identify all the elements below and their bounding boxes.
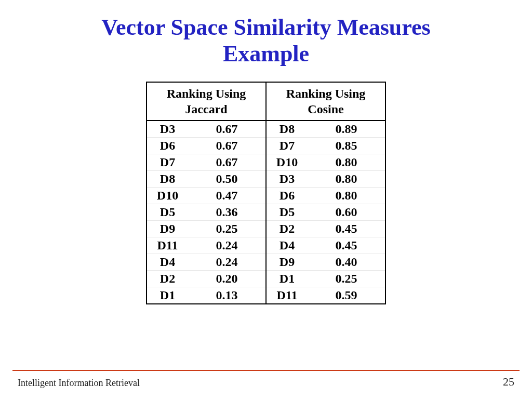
- jaccard-doc: D6: [147, 138, 188, 154]
- table-row: D70.67D100.80: [147, 154, 385, 171]
- table-row: D90.25D20.45: [147, 221, 385, 237]
- cosine-doc: D8: [266, 121, 308, 138]
- cosine-doc: D3: [266, 171, 308, 188]
- cosine-val: 0.80: [308, 171, 385, 188]
- page-number: 25: [503, 375, 514, 389]
- jaccard-val: 0.36: [188, 204, 266, 221]
- cosine-val: 0.25: [308, 271, 385, 287]
- jaccard-doc: D8: [147, 171, 188, 188]
- jaccard-doc: D11: [147, 237, 188, 254]
- header-row: Ranking Using Jaccard Ranking Using Cosi…: [147, 82, 385, 121]
- cosine-val: 0.60: [308, 204, 385, 221]
- table-body: D30.67D80.89 D60.67D70.85 D70.67D100.80 …: [147, 121, 385, 304]
- table-row: D10.13D110.59: [147, 287, 385, 304]
- cosine-val: 0.45: [308, 237, 385, 254]
- header-jaccard-line2: Jaccard: [185, 102, 227, 116]
- header-jaccard: Ranking Using Jaccard: [147, 82, 266, 121]
- jaccard-val: 0.20: [188, 271, 266, 287]
- cosine-doc: D1: [266, 271, 308, 287]
- table-row: D20.20D10.25: [147, 271, 385, 287]
- header-cosine-line2: Cosine: [308, 102, 343, 116]
- cosine-doc: D7: [266, 138, 308, 154]
- cosine-val: 0.80: [308, 188, 385, 204]
- jaccard-val: 0.24: [188, 254, 266, 271]
- table-row: D50.36D50.60: [147, 204, 385, 221]
- table-row: D110.24D40.45: [147, 237, 385, 254]
- cosine-val: 0.85: [308, 138, 385, 154]
- footer-divider: [12, 370, 520, 371]
- table-row: D60.67D70.85: [147, 138, 385, 154]
- table-row: D40.24D90.40: [147, 254, 385, 271]
- cosine-doc: D4: [266, 237, 308, 254]
- cosine-doc: D11: [266, 287, 308, 304]
- jaccard-doc: D3: [147, 121, 188, 138]
- cosine-val: 0.80: [308, 154, 385, 171]
- table-row: D80.50D30.80: [147, 171, 385, 188]
- ranking-table: Ranking Using Jaccard Ranking Using Cosi…: [146, 82, 386, 304]
- jaccard-val: 0.13: [188, 287, 266, 304]
- table-row: D30.67D80.89: [147, 121, 385, 138]
- title-line1: Vector Space Similarity Measures: [101, 15, 430, 40]
- jaccard-val: 0.25: [188, 221, 266, 237]
- jaccard-doc: D10: [147, 188, 188, 204]
- jaccard-doc: D4: [147, 254, 188, 271]
- header-cosine: Ranking Using Cosine: [266, 82, 385, 121]
- jaccard-doc: D1: [147, 287, 188, 304]
- cosine-doc: D10: [266, 154, 308, 171]
- table-row: D100.47D60.80: [147, 188, 385, 204]
- cosine-val: 0.59: [308, 287, 385, 304]
- footer-text: Intelligent Information Retrieval: [18, 378, 140, 389]
- cosine-doc: D6: [266, 188, 308, 204]
- header-jaccard-line1: Ranking Using: [167, 87, 246, 100]
- jaccard-val: 0.24: [188, 237, 266, 254]
- slide-title: Vector Space Similarity Measures Example: [0, 0, 532, 72]
- jaccard-val: 0.47: [188, 188, 266, 204]
- cosine-doc: D9: [266, 254, 308, 271]
- jaccard-val: 0.50: [188, 171, 266, 188]
- jaccard-doc: D7: [147, 154, 188, 171]
- jaccard-val: 0.67: [188, 154, 266, 171]
- cosine-val: 0.45: [308, 221, 385, 237]
- jaccard-val: 0.67: [188, 138, 266, 154]
- jaccard-doc: D2: [147, 271, 188, 287]
- cosine-val: 0.89: [308, 121, 385, 138]
- table-container: Ranking Using Jaccard Ranking Using Cosi…: [0, 82, 532, 304]
- cosine-doc: D2: [266, 221, 308, 237]
- slide: Vector Space Similarity Measures Example…: [0, 0, 532, 399]
- jaccard-doc: D9: [147, 221, 188, 237]
- cosine-val: 0.40: [308, 254, 385, 271]
- title-line2: Example: [223, 41, 309, 66]
- header-cosine-line1: Ranking Using: [286, 87, 366, 100]
- jaccard-val: 0.67: [188, 121, 266, 138]
- jaccard-doc: D5: [147, 204, 188, 221]
- cosine-doc: D5: [266, 204, 308, 221]
